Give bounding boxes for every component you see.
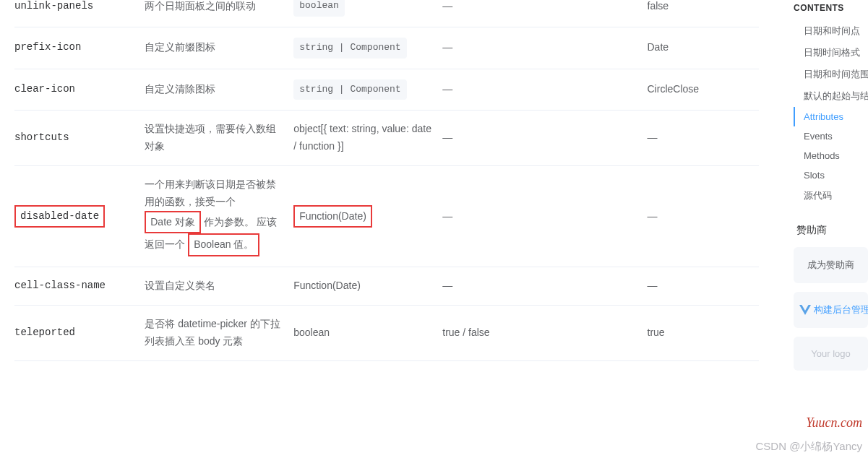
attributes-table: unlink-panels两个日期面板之间的联动boolean—falsepre… xyxy=(14,0,759,361)
attr-name: teleported xyxy=(14,305,145,360)
attr-options: — xyxy=(442,69,647,111)
attr-default: true xyxy=(648,305,760,360)
attr-options: — xyxy=(442,0,647,27)
toc-item[interactable]: 日期时间格式 xyxy=(794,42,868,64)
watermark-csdn: CSDN @小绵杨Yancy xyxy=(756,440,862,454)
toc-item[interactable]: Slots xyxy=(794,165,868,185)
attr-default: CircleClose xyxy=(648,69,760,111)
attr-name: disabled-date xyxy=(14,165,145,267)
attr-type: string | Component xyxy=(293,69,442,111)
attr-type: object[{ text: string, value: date / fun… xyxy=(293,111,442,166)
attr-description: 两个日期面板之间的联动 xyxy=(145,0,293,27)
attr-description: 设置快捷选项，需要传入数组对象 xyxy=(145,111,293,166)
attr-type: boolean xyxy=(293,305,442,360)
toc-item[interactable]: Methods xyxy=(794,146,868,165)
table-row: cell-class-name设置自定义类名Function(Date)—— xyxy=(14,267,759,306)
table-row: unlink-panels两个日期面板之间的联动boolean—false xyxy=(14,0,759,27)
attr-type: string | Component xyxy=(293,27,442,69)
attr-name: clear-icon xyxy=(14,69,145,111)
sponsor-vue[interactable]: 构建后台管理 xyxy=(794,292,868,328)
sponsor-become-button[interactable]: 成为赞助商 xyxy=(794,247,868,283)
attr-description: 一个用来判断该日期是否被禁用的函数，接受一个 Date 对象 作为参数。 应该返… xyxy=(145,165,293,267)
table-row: prefix-icon自定义前缀图标string | Component—Dat… xyxy=(14,27,759,69)
toc-item[interactable]: Events xyxy=(794,126,868,146)
toc-item[interactable]: 默认的起始与结束 xyxy=(794,85,868,107)
toc-item[interactable]: 日期和时间点 xyxy=(794,20,868,42)
attr-description: 自定义清除图标 xyxy=(145,69,293,111)
attr-name: unlink-panels xyxy=(14,0,145,27)
sponsor-heading: 赞助商 xyxy=(796,224,868,237)
attr-default: Date xyxy=(648,27,760,69)
toc-heading: CONTENTS xyxy=(794,3,868,13)
attr-options: — xyxy=(442,165,647,267)
attr-description: 设置自定义类名 xyxy=(145,267,293,306)
attr-name: cell-class-name xyxy=(14,267,145,306)
attr-description: 自定义前缀图标 xyxy=(145,27,293,69)
toc-item[interactable]: 源代码 xyxy=(794,185,868,207)
table-row: teleported是否将 datetime-picker 的下拉列表插入至 b… xyxy=(14,305,759,360)
table-row: clear-icon自定义清除图标string | Component—Circ… xyxy=(14,69,759,111)
attr-default: — xyxy=(648,165,760,267)
attr-options: true / false xyxy=(442,305,647,360)
toc-sidebar: CONTENTS 日期和时间点日期时间格式日期和时间范围默认的起始与结束Attr… xyxy=(785,0,868,458)
table-row: disabled-date一个用来判断该日期是否被禁用的函数，接受一个 Date… xyxy=(14,165,759,267)
attr-default: — xyxy=(648,267,760,306)
vue-icon xyxy=(799,305,811,315)
attr-default: — xyxy=(648,111,760,166)
attr-options: — xyxy=(442,267,647,306)
table-row: shortcuts设置快捷选项，需要传入数组对象object[{ text: s… xyxy=(14,111,759,166)
attr-options: — xyxy=(442,27,647,69)
attr-description: 是否将 datetime-picker 的下拉列表插入至 body 元素 xyxy=(145,305,293,360)
attr-options: — xyxy=(442,111,647,166)
attr-type: Function(Date) xyxy=(293,165,442,267)
toc-item[interactable]: Attributes xyxy=(794,107,868,126)
watermark-yuucn: Yuucn.com xyxy=(806,415,862,431)
attr-name: prefix-icon xyxy=(14,27,145,69)
sponsor-placeholder[interactable]: Your logo xyxy=(794,337,868,371)
attr-default: false xyxy=(648,0,760,27)
toc-item[interactable]: 日期和时间范围 xyxy=(794,64,868,85)
attr-type: Function(Date) xyxy=(293,267,442,306)
attr-name: shortcuts xyxy=(14,111,145,166)
attr-type: boolean xyxy=(293,0,442,27)
